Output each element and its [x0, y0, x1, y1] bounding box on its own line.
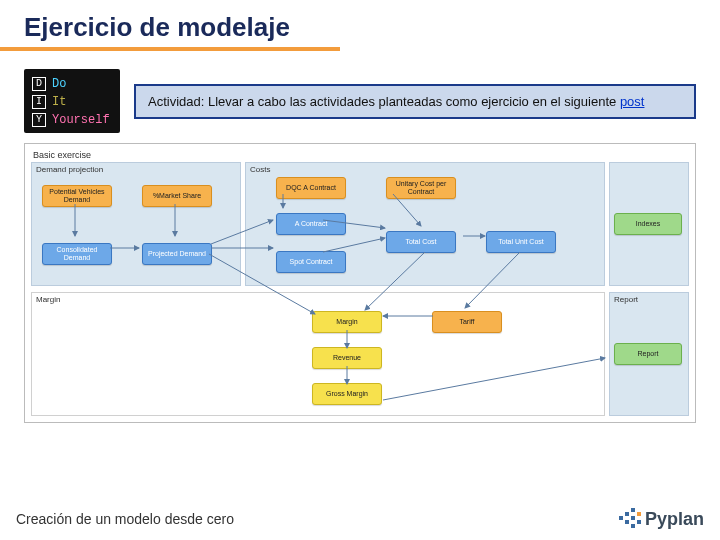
node-spot-contract: Spot Contract [276, 251, 346, 273]
node-unit-cost-contract: Unitary Cost per Contract [386, 177, 456, 199]
node-market-share: %Market Share [142, 185, 212, 207]
panel-report: Report Report [609, 292, 689, 416]
logo-icon [617, 508, 639, 530]
node-gross-margin: Gross Margin [312, 383, 382, 405]
diy-do: Do [52, 75, 66, 93]
brand-name: Pyplan [645, 509, 704, 530]
panel-margin: Margin Margin Tariff Revenue Gross Margi… [31, 292, 605, 416]
activity-text: Actividad: Llevar a cabo las actividades… [148, 94, 620, 109]
activity-row: DDo IIt YYourself Actividad: Llevar a ca… [24, 69, 696, 133]
page-title: Ejercicio de modelaje [0, 0, 340, 51]
panel-costs-label: Costs [250, 165, 600, 174]
panel-report-label: Report [614, 295, 684, 304]
footer: Creación de un modelo desde cero Pyplan [16, 508, 704, 530]
footer-text: Creación de un modelo desde cero [16, 511, 234, 527]
activity-link[interactable]: post [620, 94, 645, 109]
panel-margin-label: Margin [36, 295, 600, 304]
node-projected-demand: Projected Demand [142, 243, 212, 265]
diagram-section-title: Basic exercise [33, 150, 689, 160]
node-revenue: Revenue [312, 347, 382, 369]
node-tariff: Tariff [432, 311, 502, 333]
panel-demand: Demand projection Potential Vehicles Dem… [31, 162, 241, 286]
node-consolidated-demand: Consolidated Demand [42, 243, 112, 265]
diagram: Basic exercise Demand projection Potenti… [24, 143, 696, 423]
brand-logo: Pyplan [617, 508, 704, 530]
node-margin: Margin [312, 311, 382, 333]
panel-demand-label: Demand projection [36, 165, 236, 174]
node-report: Report [614, 343, 682, 365]
node-total-cost: Total Cost [386, 231, 456, 253]
node-indexes: Indexes [614, 213, 682, 235]
activity-box: Actividad: Llevar a cabo las actividades… [134, 84, 696, 119]
diy-it: It [52, 93, 66, 111]
node-total-unit-cost: Total Unit Cost [486, 231, 556, 253]
diy-badge: DDo IIt YYourself [24, 69, 120, 133]
node-a-contract: A Contract [276, 213, 346, 235]
node-potential-demand: Potential Vehicles Demand [42, 185, 112, 207]
diy-yourself: Yourself [52, 111, 110, 129]
panel-costs: Costs DQC A Contract A Contract Spot Con… [245, 162, 605, 286]
node-dqc: DQC A Contract [276, 177, 346, 199]
panel-indexes: Indexes [609, 162, 689, 286]
